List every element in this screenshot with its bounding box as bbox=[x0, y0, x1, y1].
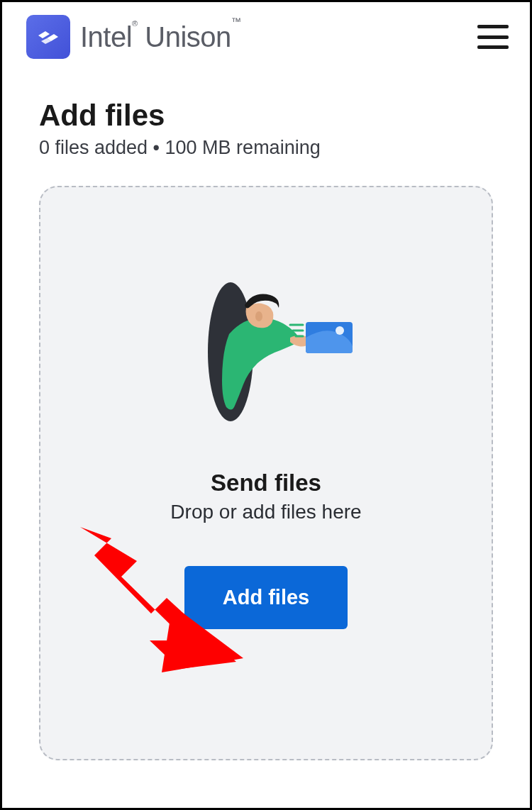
app-logo-icon bbox=[26, 15, 70, 59]
menu-icon[interactable] bbox=[477, 25, 509, 49]
add-files-button[interactable]: Add files bbox=[184, 566, 348, 629]
brand-first-word: Intel bbox=[80, 21, 132, 52]
main-content: Add files 0 files added • 100 MB remaini… bbox=[2, 72, 530, 760]
dropzone-subtitle: Drop or add files here bbox=[170, 501, 361, 523]
file-dropzone[interactable]: Send files Drop or add files here Add fi… bbox=[39, 186, 493, 760]
brand-title: Intel® Unison™ bbox=[80, 21, 240, 53]
svg-point-3 bbox=[336, 326, 344, 335]
trademark-symbol: ™ bbox=[231, 16, 241, 27]
page-title: Add files bbox=[39, 99, 493, 133]
app-header: Intel® Unison™ bbox=[2, 2, 530, 72]
brand: Intel® Unison™ bbox=[26, 15, 240, 59]
svg-point-1 bbox=[255, 311, 262, 321]
registered-symbol: ® bbox=[132, 19, 138, 28]
dropzone-title: Send files bbox=[211, 470, 321, 496]
page-subtitle: 0 files added • 100 MB remaining bbox=[39, 137, 493, 159]
brand-second-word: Unison bbox=[145, 21, 231, 52]
send-files-illustration bbox=[174, 267, 358, 437]
